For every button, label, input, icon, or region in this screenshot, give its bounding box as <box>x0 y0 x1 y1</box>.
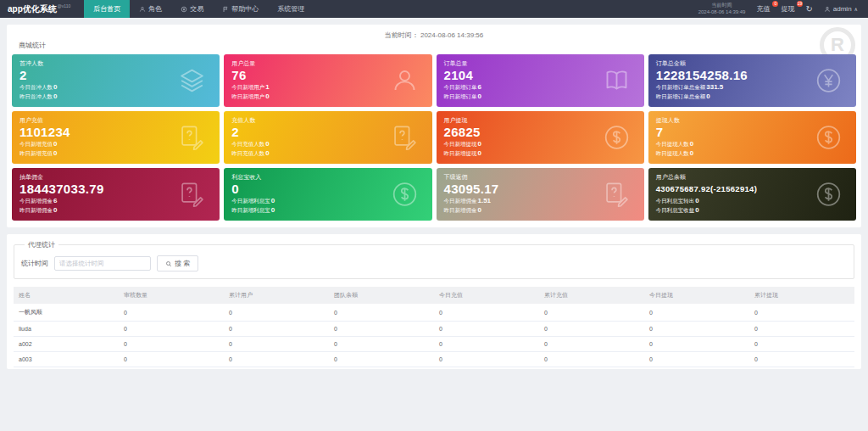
stats-cards: 首冲人数 2 今日首冲人数0 昨日首冲人数0 用户总量 76 今日新增用户1 昨… <box>12 54 856 221</box>
file-question-icon <box>178 124 206 152</box>
stat-line-label: 昨日新增佣金 <box>19 207 53 213</box>
stat-card: 下级返佣 43095.17 今日新增佣金1.51 昨日新增佣金0 <box>437 168 644 221</box>
stat-line-value: 0 <box>53 206 57 214</box>
stat-cell: 0 <box>224 352 329 367</box>
dollar-circle-icon <box>815 181 843 209</box>
stat-line-value: 0 <box>690 140 693 148</box>
table-row: 一帆风顺0000000 <box>14 304 854 322</box>
stat-cell: 0 <box>224 304 329 322</box>
stat-line-label: 昨日新增充值 <box>19 150 53 156</box>
stat-cell: 0 <box>119 337 224 352</box>
stat-card: 用户总余额 430675687.92(-21562914) 今日利息宝转出0 今… <box>648 168 856 221</box>
stat-line-value: 6 <box>478 83 481 91</box>
stat-line-label: 昨日提现人数 <box>656 150 689 156</box>
stat-line-value: 0 <box>265 140 269 148</box>
user-menu[interactable]: admin ∧ <box>824 5 858 13</box>
stat-card: 利息宝收入 0 今日新增利息宝0 昨日新增利息宝0 <box>224 168 431 221</box>
nav-item[interactable]: 后台首页 <box>84 0 130 18</box>
nav-item[interactable]: 交易 <box>171 0 213 18</box>
stat-line-label: 今日提现人数 <box>656 141 689 147</box>
stat-cell: 0 <box>434 352 539 367</box>
stat-line-label: 今日新增充值 <box>19 141 53 147</box>
stat-cell: 0 <box>539 322 644 337</box>
book-icon <box>603 67 631 95</box>
dollar-circle-icon <box>391 181 419 209</box>
stat-cell: 0 <box>644 352 749 367</box>
stat-card: 用户提现 26825 今日新增提现0 昨日新增提现0 <box>437 111 644 164</box>
stat-cell: 0 <box>119 322 224 337</box>
stat-line-value: 0 <box>478 140 481 148</box>
stat-time-input[interactable] <box>54 256 151 271</box>
table-row: liuda0000000 <box>14 322 854 337</box>
stat-card: 用户总量 76 今日新增用户1 昨日新增用户0 <box>224 54 431 107</box>
stat-cell: 0 <box>749 337 854 352</box>
nav-item-label: 后台首页 <box>93 4 120 14</box>
yen-circle-icon <box>815 67 843 95</box>
stat-line-value: 0 <box>478 92 481 100</box>
stat-line-label: 今日新增订单 <box>444 84 477 90</box>
stat-cell: 0 <box>119 304 224 322</box>
stat-cell: 0 <box>434 304 539 322</box>
withdraw-notice[interactable]: 提现 19 <box>781 4 794 14</box>
stat-cell: 0 <box>329 322 434 337</box>
nav-item[interactable]: 帮助中心 <box>213 0 268 18</box>
username: admin <box>833 5 852 13</box>
panel-title: 商城统计 <box>19 41 856 50</box>
col-header: 今日充值 <box>434 287 539 304</box>
stat-line-label: 今日利息宝转出 <box>656 198 695 204</box>
stat-line-value: 1 <box>265 83 269 91</box>
stat-line-value: 0 <box>695 197 698 204</box>
dollar-circle-icon <box>603 124 631 152</box>
topbar: app优化系统@v110 后台首页角色交易帮助中心系统管理 当前时间 2024-… <box>0 0 868 18</box>
content: R 当前时间： 2024-08-06 14:39:56 商城统计 首冲人数 2 … <box>0 18 868 376</box>
stat-line-value: 0 <box>53 83 57 91</box>
stat-line-value: 0 <box>53 149 57 157</box>
search-button[interactable]: 搜 索 <box>157 255 198 271</box>
stat-cell: 0 <box>644 322 749 337</box>
col-header: 团队余额 <box>329 287 434 304</box>
topbar-clock: 当前时间 2024-08-06 14:39:49 <box>698 3 746 16</box>
agent-stats-panel: 代理统计 统计时间 搜 索 姓名审核数量累计用户团队余额今日充值累计充值今日提现… <box>7 234 861 369</box>
stat-line-label: 今日新增佣金 <box>19 198 53 204</box>
stat-line-value: 0 <box>695 206 698 214</box>
nav-item[interactable]: 角色 <box>130 0 171 18</box>
col-header: 累计提现 <box>749 287 854 304</box>
agent-table-head-row: 姓名审核数量累计用户团队余额今日充值累计充值今日提现累计提现 <box>14 287 854 304</box>
stat-card: 首冲人数 2 今日首冲人数0 昨日首冲人数0 <box>12 54 220 107</box>
stat-cell: 0 <box>434 322 539 337</box>
user-icon <box>824 6 831 13</box>
stat-line-value: 0 <box>271 197 275 204</box>
stat-line-label: 昨日新增佣金 <box>444 207 477 213</box>
stat-line-value: 0 <box>478 206 481 214</box>
main-nav: 后台首页角色交易帮助中心系统管理 <box>84 0 314 18</box>
dollar-circle-icon <box>815 124 843 152</box>
stat-line-value: 0 <box>271 206 275 214</box>
search-icon <box>165 260 172 267</box>
stat-line-value: 331.5 <box>706 83 723 91</box>
stat-card: 订单总量 2104 今日新增订单6 昨日新增订单0 <box>437 54 644 107</box>
table-row: a0020000000 <box>14 337 854 352</box>
file-question-icon <box>178 181 206 209</box>
stat-line-label: 昨日新增订单总金额 <box>656 93 706 99</box>
agent-name-cell: a002 <box>14 337 119 352</box>
recharge-notice[interactable]: 充值 0 <box>756 4 770 14</box>
agent-table-body: 一帆风顺0000000liuda0000000a0020000000a00300… <box>14 304 854 367</box>
stat-line-label: 今日利息宝收益 <box>656 207 695 213</box>
stat-line-label: 昨日新增用户 <box>231 93 264 99</box>
stat-line-label: 昨日首冲人数 <box>19 93 53 99</box>
stat-cell: 0 <box>644 304 749 322</box>
trade-icon <box>181 6 187 13</box>
stat-line-value: 1.51 <box>478 197 492 204</box>
app-logo[interactable]: app优化系统@v110 <box>8 3 70 15</box>
file-question-icon <box>603 181 631 209</box>
stat-cell: 0 <box>749 304 854 322</box>
col-header: 今日提现 <box>644 287 749 304</box>
stat-line-value: 0 <box>706 92 709 100</box>
recharge-badge: 0 <box>772 1 778 7</box>
nav-item[interactable]: 系统管理 <box>268 0 314 18</box>
col-header: 累计用户 <box>224 287 329 304</box>
withdraw-badge: 19 <box>797 1 804 7</box>
refresh-icon[interactable]: ↻ <box>805 5 812 14</box>
stat-line-label: 今日新增提现 <box>444 141 477 147</box>
mall-stats-panel: R 当前时间： 2024-08-06 14:39:56 商城统计 首冲人数 2 … <box>7 25 861 227</box>
